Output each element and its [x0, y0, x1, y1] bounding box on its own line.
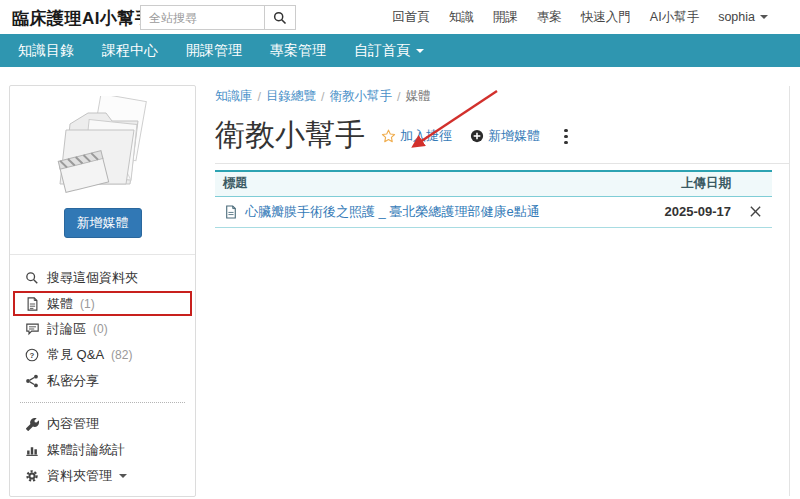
- svg-text:?: ?: [30, 351, 35, 360]
- document-icon: [223, 205, 239, 219]
- column-header-actions: [739, 171, 772, 196]
- plus-circle-icon: [470, 129, 484, 143]
- item-count-badge: (1): [80, 297, 95, 311]
- search-button[interactable]: [265, 5, 296, 30]
- star-icon: [381, 129, 396, 144]
- top-link-courses[interactable]: 開課: [493, 9, 518, 26]
- media-table: 標題 上傳日期 心臟瓣膜手術後之照護 _ 臺北榮總護理部健康e點通: [215, 170, 772, 228]
- top-link-quickstart[interactable]: 快速入門: [581, 9, 631, 26]
- sidebar-divider: [10, 254, 195, 255]
- media-folder-illustration: [42, 96, 164, 198]
- main-navbar: 知識目錄 課程中心 開課管理 專案管理 自訂首頁: [0, 34, 800, 67]
- sidebar-item-faq[interactable]: ? 常見 Q&A (82): [10, 342, 195, 368]
- chevron-down-icon: [119, 474, 127, 478]
- title-row: 衛教小幫手 加入捷徑 新增媒體: [215, 118, 790, 151]
- share-icon: [24, 374, 40, 388]
- table-row: 心臟瓣膜手術後之照護 _ 臺北榮總護理部健康e點通 2025-09-17: [215, 196, 772, 227]
- sidebar-item-private-share[interactable]: 私密分享: [10, 368, 195, 394]
- column-header-title[interactable]: 標題: [215, 171, 635, 196]
- wrench-icon: [24, 418, 40, 431]
- username: sophia: [718, 10, 755, 24]
- upload-date: 2025-09-17: [635, 196, 739, 227]
- content-right-border: [789, 86, 790, 496]
- top-link-knowledge[interactable]: 知識: [449, 9, 474, 26]
- top-links: 回首頁 知識 開課 專案 快速入門 AI小幫手 sophia: [392, 0, 768, 34]
- sidebar-dotted-divider: [20, 402, 185, 403]
- add-shortcut-link[interactable]: 加入捷徑: [381, 127, 452, 145]
- sidebar-item-folder-management[interactable]: 資料夾管理: [10, 463, 195, 489]
- sidebar-item-label: 媒體討論統計: [47, 441, 125, 459]
- search-input[interactable]: [140, 5, 265, 30]
- delete-media-button[interactable]: [747, 203, 764, 220]
- gear-icon: [24, 469, 40, 483]
- title-divider: [215, 163, 790, 164]
- top-link-home[interactable]: 回首頁: [392, 9, 430, 26]
- folder-sidebar: 新增媒體 搜尋這個資料夾 媒體 (1) 討論區: [9, 85, 196, 497]
- breadcrumb: 知識庫 / 目錄總覽 / 衛教小幫手 / 媒體: [215, 88, 790, 105]
- sidebar-item-label: 媒體: [47, 295, 73, 313]
- breadcrumb-knowledge-base[interactable]: 知識庫: [215, 88, 253, 105]
- sidebar-item-label: 討論區: [47, 320, 86, 338]
- comment-icon: [24, 322, 40, 336]
- site-search: [140, 5, 296, 30]
- add-media-link[interactable]: 新增媒體: [470, 127, 540, 145]
- main-content: 知識庫 / 目錄總覽 / 衛教小幫手 / 媒體 衛教小幫手 加入捷徑 新增媒體: [215, 88, 790, 228]
- chevron-down-icon: [760, 15, 768, 19]
- nav-knowledge-catalog[interactable]: 知識目錄: [4, 34, 88, 67]
- more-actions-kebab-icon[interactable]: [558, 127, 574, 147]
- sidebar-item-media-discussion-stats[interactable]: 媒體討論統計: [10, 437, 195, 463]
- nav-course-center[interactable]: 課程中心: [88, 34, 172, 67]
- top-link-ai-helper[interactable]: AI小幫手: [650, 9, 699, 26]
- sidebar-item-label: 常見 Q&A: [47, 346, 104, 364]
- sidebar-item-content-management[interactable]: 內容管理: [10, 411, 195, 437]
- site-logo[interactable]: 臨床護理AI小幫手: [12, 7, 153, 30]
- sidebar-menu: 搜尋這個資料夾 媒體 (1) 討論區 (0) ? 常見 Q: [10, 265, 195, 493]
- title-actions: 加入捷徑 新增媒體: [381, 127, 574, 152]
- file-icon: [24, 297, 40, 311]
- sidebar-item-label: 資料夾管理: [47, 467, 112, 485]
- bar-chart-icon: [24, 444, 40, 457]
- item-count-badge: (0): [93, 322, 108, 336]
- search-icon: [272, 11, 288, 25]
- sidebar-item-label: 內容管理: [47, 415, 99, 433]
- sidebar-item-discussion[interactable]: 討論區 (0): [10, 316, 195, 342]
- nav-course-management[interactable]: 開課管理: [172, 34, 256, 67]
- nav-custom-homepage[interactable]: 自訂首頁: [340, 34, 438, 67]
- table-header-row: 標題 上傳日期: [215, 171, 772, 196]
- top-header: 臨床護理AI小幫手 回首頁 知識 開課 專案 快速入門 AI小幫手 sophia: [0, 0, 800, 34]
- breadcrumb-folder[interactable]: 衛教小幫手: [329, 88, 392, 105]
- sidebar-item-label: 私密分享: [47, 372, 99, 390]
- page-title: 衛教小幫手: [215, 118, 365, 151]
- user-menu[interactable]: sophia: [718, 10, 768, 24]
- search-icon: [24, 271, 40, 285]
- chevron-down-icon: [416, 49, 424, 53]
- column-header-upload-date[interactable]: 上傳日期: [635, 171, 739, 196]
- nav-project-management[interactable]: 專案管理: [256, 34, 340, 67]
- media-item-link[interactable]: 心臟瓣膜手術後之照護 _ 臺北榮總護理部健康e點通: [245, 203, 540, 221]
- question-circle-icon: ?: [24, 348, 40, 362]
- sidebar-item-label: 搜尋這個資料夾: [47, 269, 138, 287]
- page: 臨床護理AI小幫手 回首頁 知識 開課 專案 快速入門 AI小幫手 sophia…: [0, 0, 800, 499]
- top-link-projects[interactable]: 專案: [537, 9, 562, 26]
- sidebar-item-search-folder[interactable]: 搜尋這個資料夾: [10, 265, 195, 291]
- sidebar-item-media[interactable]: 媒體 (1): [13, 291, 192, 316]
- item-count-badge: (82): [111, 348, 132, 362]
- breadcrumb-current: 媒體: [405, 88, 430, 105]
- breadcrumb-catalog-overview[interactable]: 目錄總覽: [266, 88, 316, 105]
- close-icon: [749, 205, 762, 218]
- sidebar-add-media-button[interactable]: 新增媒體: [64, 208, 142, 238]
